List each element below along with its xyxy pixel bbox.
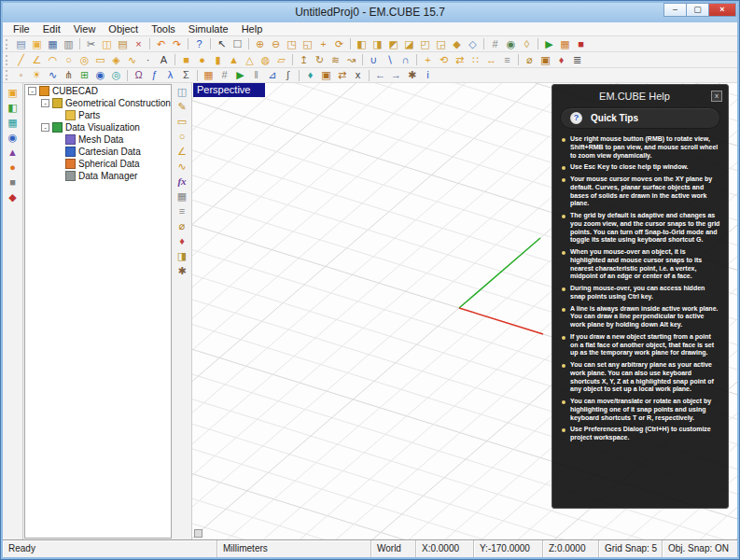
- boolean-union-icon[interactable]: ∪: [366, 53, 382, 67]
- menu-file[interactable]: File: [7, 22, 36, 36]
- save-icon[interactable]: ▦: [45, 37, 61, 51]
- new-file-icon[interactable]: ▤: [13, 37, 29, 51]
- cylinder-object-icon[interactable]: ▮: [210, 53, 226, 67]
- settings-icon[interactable]: ✱: [404, 68, 420, 82]
- polyline-tool-icon[interactable]: ∠: [175, 145, 190, 159]
- run-icon[interactable]: ▶: [232, 68, 248, 82]
- wavelength-icon[interactable]: λ: [162, 68, 178, 82]
- help-close-button[interactable]: x: [711, 91, 722, 102]
- tree-item-cubecad[interactable]: -CUBECAD: [25, 85, 171, 97]
- help-icon[interactable]: ?: [191, 37, 207, 51]
- menu-edit[interactable]: Edit: [36, 22, 67, 36]
- module-icon-2[interactable]: ◧: [5, 101, 21, 115]
- table-tool-icon[interactable]: ▦: [175, 189, 190, 203]
- close-button[interactable]: ×: [708, 3, 736, 17]
- module-icon-4[interactable]: ◉: [5, 131, 21, 145]
- draw-pencil-icon[interactable]: ✎: [175, 100, 190, 114]
- sphere-object-icon[interactable]: ●: [194, 53, 210, 67]
- shape-tool-icon[interactable]: ▭: [175, 115, 190, 129]
- snap-toggle-icon[interactable]: ◉: [503, 37, 519, 51]
- plot-icon[interactable]: ∫: [280, 68, 296, 82]
- tree-item-spherical-data[interactable]: Spherical Data: [25, 158, 171, 170]
- paste-icon[interactable]: ▤: [115, 37, 131, 51]
- mirror-object-icon[interactable]: ⇄: [452, 53, 468, 67]
- module-icon-8[interactable]: ◆: [5, 190, 21, 204]
- print-icon[interactable]: ▥: [61, 37, 77, 51]
- grid-toggle-icon[interactable]: #: [487, 37, 503, 51]
- draw-line-icon[interactable]: ╱: [13, 53, 29, 67]
- tree-item-cartesian-data[interactable]: Cartesian Data: [25, 146, 171, 158]
- paint-tool-icon[interactable]: ♦: [175, 234, 190, 248]
- run-simulation-icon[interactable]: ▶: [541, 37, 557, 51]
- notes-tool-icon[interactable]: ≡: [175, 204, 190, 218]
- draw-ellipse-icon[interactable]: ◎: [77, 53, 92, 67]
- view-bottom-icon[interactable]: ◲: [433, 37, 449, 51]
- export-icon[interactable]: →: [388, 68, 404, 82]
- zoom-out-icon[interactable]: ⊖: [268, 37, 284, 51]
- maximize-button[interactable]: ▢: [686, 3, 709, 17]
- scale-object-icon[interactable]: ↔: [483, 53, 499, 67]
- module-cubecad-icon[interactable]: ▣: [5, 86, 21, 100]
- menu-view[interactable]: View: [67, 22, 103, 36]
- align-object-icon[interactable]: ≡: [499, 53, 515, 67]
- cut-icon[interactable]: ✂: [83, 37, 99, 51]
- module-icon-5[interactable]: ▲: [5, 146, 21, 160]
- perspective-view-icon[interactable]: ◇: [465, 37, 481, 51]
- group-icon[interactable]: ▣: [538, 53, 553, 67]
- draw-polygon-icon[interactable]: ◈: [108, 53, 124, 67]
- boundary-icon[interactable]: ▣: [318, 68, 334, 82]
- field-sensor-icon[interactable]: ⊞: [77, 68, 92, 82]
- draw-spline-icon[interactable]: ∿: [124, 53, 140, 67]
- rotate-view-icon[interactable]: ⟳: [331, 37, 347, 51]
- sweep-icon[interactable]: ↝: [343, 53, 359, 67]
- zoom-extents-icon[interactable]: ◱: [300, 37, 315, 51]
- tree-item-data-visualization[interactable]: -Data Visualization: [25, 121, 171, 133]
- viewport-canvas[interactable]: Perspective EM.CUBE Help x ? Quick Tips …: [192, 83, 737, 539]
- draw-text-icon[interactable]: A: [156, 53, 172, 67]
- menu-simulate[interactable]: Simulate: [182, 22, 235, 36]
- draw-circle-icon[interactable]: ○: [61, 53, 77, 67]
- results-icon[interactable]: ⊿: [264, 68, 280, 82]
- select-icon[interactable]: ↖: [214, 37, 230, 51]
- title-bar[interactable]: UntitledProj0 - EM.CUBE 15.7 – ▢ ×: [3, 3, 737, 22]
- summation-icon[interactable]: Σ: [178, 68, 194, 82]
- tree-item-mesh-data[interactable]: Mesh Data: [25, 133, 171, 146]
- material-icon[interactable]: ♦: [302, 68, 318, 82]
- status-obj_snap[interactable]: Obj. Snap: ON: [663, 540, 737, 557]
- surface-object-icon[interactable]: ▱: [273, 53, 289, 67]
- antenna-icon[interactable]: ⋔: [61, 68, 77, 82]
- viewport-scroll-box[interactable]: [194, 529, 202, 538]
- pan-icon[interactable]: +: [315, 37, 331, 51]
- rotate-object-icon[interactable]: ⟲: [436, 53, 452, 67]
- port-icon[interactable]: ◦: [13, 68, 29, 82]
- far-field-icon[interactable]: ◉: [92, 68, 108, 82]
- tree-toggle-icon[interactable]: -: [28, 87, 36, 95]
- plane-wave-icon[interactable]: ∿: [45, 68, 61, 82]
- tree-item-parts[interactable]: Parts: [25, 109, 171, 121]
- delete-icon[interactable]: ×: [131, 37, 147, 51]
- pyramid-object-icon[interactable]: △: [242, 53, 258, 67]
- info-icon[interactable]: i: [420, 68, 436, 82]
- tree-toggle-icon[interactable]: -: [41, 99, 49, 107]
- show-mesh-icon[interactable]: ▦: [557, 37, 573, 51]
- view-back-icon[interactable]: ◨: [370, 37, 385, 51]
- circle-tool-icon[interactable]: ○: [175, 130, 190, 144]
- select-window-icon[interactable]: ☐: [230, 37, 245, 51]
- spline-tool-icon[interactable]: ∿: [175, 160, 190, 174]
- zoom-window-icon[interactable]: ◳: [284, 37, 300, 51]
- mesh-settings-icon[interactable]: #: [216, 68, 232, 82]
- variables-icon[interactable]: x: [350, 68, 366, 82]
- workplane-icon[interactable]: ◊: [519, 37, 535, 51]
- draw-arc-icon[interactable]: ◠: [45, 53, 61, 67]
- tree-toggle-icon[interactable]: -: [41, 123, 49, 132]
- pause-icon[interactable]: ‖: [248, 68, 264, 82]
- view-right-icon[interactable]: ◪: [401, 37, 417, 51]
- menu-tools[interactable]: Tools: [145, 22, 182, 36]
- module-icon-7[interactable]: ■: [5, 175, 21, 189]
- boolean-intersect-icon[interactable]: ∩: [398, 53, 413, 67]
- draw-rectangle-icon[interactable]: ▭: [92, 53, 108, 67]
- import-icon[interactable]: ←: [372, 68, 388, 82]
- menu-help[interactable]: Help: [235, 22, 270, 36]
- extrude-icon[interactable]: ↥: [296, 53, 312, 67]
- boolean-subtract-icon[interactable]: ∖: [382, 53, 398, 67]
